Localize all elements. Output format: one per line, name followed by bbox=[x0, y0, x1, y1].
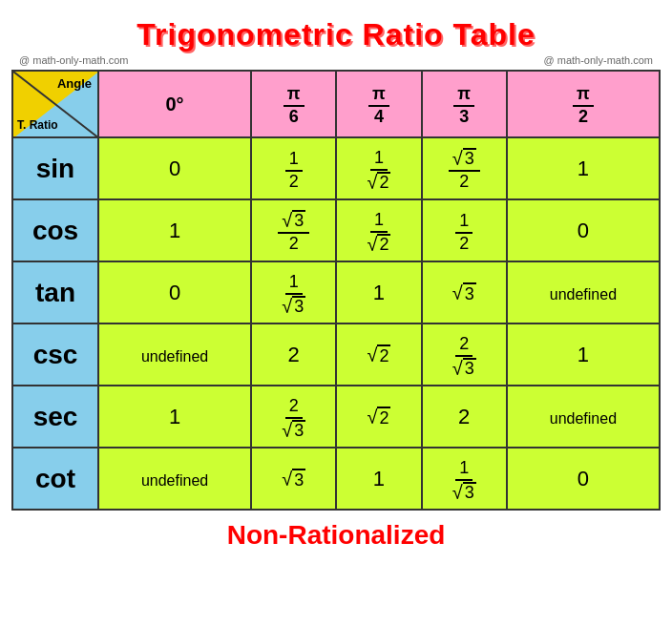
watermark-right: @ math-only-math.com bbox=[544, 54, 653, 66]
cos-0: 1 bbox=[98, 199, 251, 261]
angle-label: Angle bbox=[57, 76, 92, 91]
tan-label: tan bbox=[12, 261, 98, 323]
page-title: Trigonometric Ratio Table bbox=[136, 17, 535, 52]
sec-row: sec 1 2 √3 √2 2 undefined bbox=[12, 386, 660, 448]
cot-row: cot undefined √3 1 1 √3 0 bbox=[12, 448, 660, 510]
sec-2: √2 bbox=[336, 386, 421, 448]
sec-label: sec bbox=[12, 386, 98, 448]
table-container: Angle T. Ratio 0° π 6 π 4 π 3 bbox=[11, 70, 661, 511]
csc-label: csc bbox=[12, 323, 98, 386]
ratio-label: T. Ratio bbox=[17, 118, 58, 132]
cot-0: undefined bbox=[98, 448, 251, 510]
tan-1: 1 √3 bbox=[251, 261, 336, 323]
csc-row: csc undefined 2 √2 2 √3 1 bbox=[12, 323, 660, 386]
cos-3: 1 2 bbox=[422, 199, 507, 261]
sec-1: 2 √3 bbox=[251, 386, 336, 448]
cos-1: √3 2 bbox=[251, 199, 336, 261]
cos-4: 0 bbox=[507, 199, 660, 261]
tan-3: √3 bbox=[422, 261, 507, 323]
tan-row: tan 0 1 √3 1 √3 undefined bbox=[12, 261, 660, 323]
sec-0: 1 bbox=[98, 386, 251, 448]
csc-0: undefined bbox=[98, 323, 251, 386]
col-header-4: π 2 bbox=[507, 71, 660, 137]
tan-4: undefined bbox=[507, 261, 660, 323]
col-header-0: 0° bbox=[98, 71, 251, 137]
csc-3: 2 √3 bbox=[422, 323, 507, 386]
angle-ratio-cell: Angle T. Ratio bbox=[12, 71, 98, 137]
sin-1: 1 2 bbox=[251, 137, 336, 199]
tan-2: 1 bbox=[336, 261, 421, 323]
cot-3: 1 √3 bbox=[422, 448, 507, 510]
cot-1: √3 bbox=[251, 448, 336, 510]
sin-3: √3 2 bbox=[422, 137, 507, 199]
sin-2: 1 √2 bbox=[336, 137, 421, 199]
csc-1: 2 bbox=[251, 323, 336, 386]
cot-2: 1 bbox=[336, 448, 421, 510]
watermark-bar: @ math-only-math.com @ math-only-math.co… bbox=[10, 54, 662, 66]
tan-0: 0 bbox=[98, 261, 251, 323]
sin-label: sin bbox=[12, 137, 98, 199]
col-header-2: π 4 bbox=[336, 71, 421, 137]
header-row: Angle T. Ratio 0° π 6 π 4 π 3 bbox=[12, 71, 660, 137]
cot-label: cot bbox=[12, 448, 98, 510]
csc-2: √2 bbox=[336, 323, 421, 386]
col-header-3: π 3 bbox=[422, 71, 507, 137]
sin-4: 1 bbox=[507, 137, 660, 199]
sec-4: undefined bbox=[507, 386, 660, 448]
sin-row: sin 0 1 2 1 √2 √3 2 1 bbox=[12, 137, 660, 199]
trig-table: Angle T. Ratio 0° π 6 π 4 π 3 bbox=[11, 70, 661, 511]
watermark-left: @ math-only-math.com bbox=[19, 54, 128, 66]
cos-label: cos bbox=[12, 199, 98, 261]
csc-4: 1 bbox=[507, 323, 660, 386]
cos-2: 1 √2 bbox=[336, 199, 421, 261]
sec-3: 2 bbox=[422, 386, 507, 448]
cot-4: 0 bbox=[507, 448, 660, 510]
sin-0: 0 bbox=[98, 137, 251, 199]
subtitle: Non-Rationalized bbox=[227, 520, 446, 551]
cos-row: cos 1 √3 2 1 √2 1 2 0 bbox=[12, 199, 660, 261]
col-header-1: π 6 bbox=[251, 71, 336, 137]
